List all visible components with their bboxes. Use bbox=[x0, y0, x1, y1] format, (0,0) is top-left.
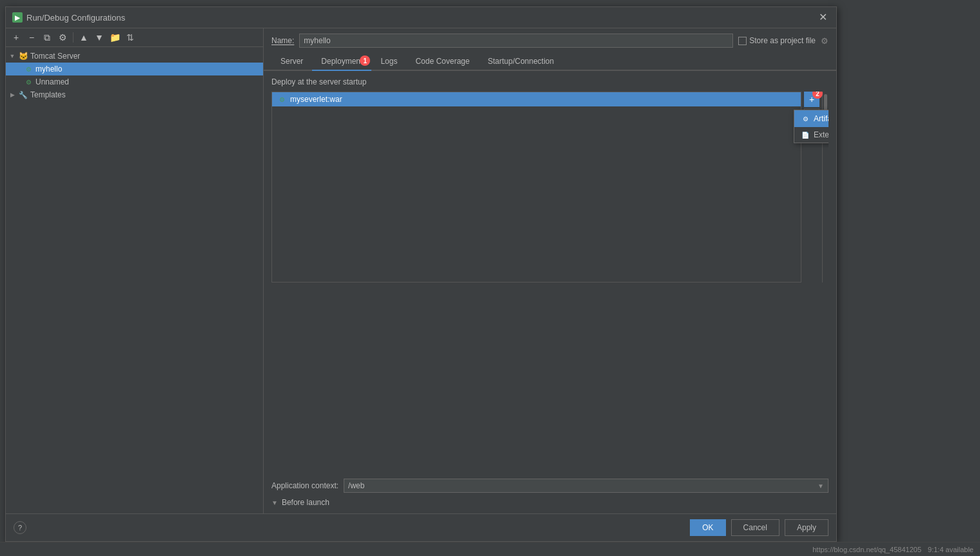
status-bar: https://blog.csdn.net/qq_45841205 9:1:4 … bbox=[0, 542, 980, 556]
dropdown-item-external-source[interactable]: 📄 External Source... bbox=[794, 127, 828, 143]
folder-button[interactable]: 📁 bbox=[108, 31, 121, 44]
project-settings-icon[interactable]: ⚙ bbox=[821, 36, 828, 46]
dialog-footer: ? OK Cancel Apply bbox=[6, 513, 836, 541]
before-launch-toggle-icon[interactable]: ▼ bbox=[271, 499, 278, 506]
deploy-area: ⚙ myseverlet:war + 2 bbox=[271, 92, 828, 283]
myhello-label: myhello bbox=[35, 65, 62, 74]
tree-expand-arrow: ▼ bbox=[8, 52, 16, 60]
app-context-arrow-icon[interactable]: ▼ bbox=[818, 482, 824, 490]
app-context-label: Application context: bbox=[271, 481, 338, 490]
tree-item-tomcat-server[interactable]: ▼ 🐱 Tomcat Server bbox=[6, 50, 263, 63]
config-tabs: Server Deployment 1 Logs Code Coverage S… bbox=[264, 53, 836, 71]
dialog-title: Run/Debug Configurations bbox=[26, 13, 125, 23]
name-row: Name: Store as project file ⚙ bbox=[264, 28, 836, 53]
dialog-icon: ▶ bbox=[12, 12, 23, 23]
templates-icon: 🔧 bbox=[19, 90, 28, 99]
deployment-badge: 1 bbox=[360, 55, 370, 66]
ok-button[interactable]: OK bbox=[690, 519, 725, 536]
deploy-section-label: Deploy at the server startup bbox=[271, 77, 828, 86]
status-position: 9:1:4 available bbox=[928, 546, 974, 553]
deploy-item-artifact-icon: ⚙ bbox=[277, 95, 286, 104]
add-deploy-wrapper: + 2 ⚙ Artifact... 3 bbox=[804, 92, 819, 107]
remove-config-button[interactable]: − bbox=[25, 31, 38, 44]
tab-logs[interactable]: Logs bbox=[371, 53, 406, 71]
tree-item-unnamed[interactable]: ⚙ Unnamed bbox=[6, 75, 263, 88]
external-source-menu-label: External Source... bbox=[814, 130, 828, 139]
app-context-value: /web bbox=[348, 481, 364, 490]
config-tree: ▼ 🐱 Tomcat Server ⚙ myhello ⚙ Unnamed ▶ bbox=[6, 47, 263, 513]
status-url: https://blog.csdn.net/qq_45841205 bbox=[812, 546, 921, 553]
content-spacer bbox=[271, 283, 828, 473]
store-project-checkbox[interactable] bbox=[738, 37, 747, 45]
templates-label: Templates bbox=[30, 90, 66, 99]
tab-server[interactable]: Server bbox=[271, 53, 312, 71]
config-toolbar: + − ⧉ ⚙ ▲ ▼ 📁 ⇅ bbox=[6, 28, 263, 47]
app-context-row: Application context: /web ▼ bbox=[271, 473, 828, 493]
title-bar-left: ▶ Run/Debug Configurations bbox=[12, 12, 125, 23]
tree-item-templates[interactable]: ▶ 🔧 Templates bbox=[6, 88, 263, 101]
name-label: Name: bbox=[271, 36, 294, 45]
tomcat-icon: 🐱 bbox=[19, 52, 28, 61]
tab-startup-connection[interactable]: Startup/Connection bbox=[478, 53, 563, 71]
copy-config-button[interactable]: ⧉ bbox=[41, 31, 54, 44]
tree-item-myhello[interactable]: ⚙ myhello bbox=[6, 63, 263, 75]
toolbar-separator bbox=[73, 32, 74, 43]
add-deploy-button[interactable]: + 2 bbox=[804, 92, 819, 107]
app-context-field[interactable]: /web ▼ bbox=[344, 479, 828, 493]
tomcat-server-label: Tomcat Server bbox=[30, 52, 80, 61]
sort-button[interactable]: ⇅ bbox=[124, 31, 137, 44]
deployment-tab-content: Deploy at the server startup ⚙ myseverle… bbox=[264, 71, 836, 513]
run-debug-dialog: ▶ Run/Debug Configurations ✕ + − ⧉ ⚙ ▲ ▼… bbox=[5, 6, 837, 542]
name-input[interactable] bbox=[299, 34, 733, 48]
templates-expand-arrow: ▶ bbox=[8, 91, 16, 99]
deploy-item-myseverlet[interactable]: ⚙ myseverlet:war bbox=[272, 92, 801, 106]
left-panel: + − ⧉ ⚙ ▲ ▼ 📁 ⇅ ▼ 🐱 Tomcat Server bbox=[6, 28, 264, 513]
external-source-menu-icon: 📄 bbox=[801, 130, 810, 139]
unnamed-label: Unnamed bbox=[35, 77, 69, 86]
tab-code-coverage[interactable]: Code Coverage bbox=[406, 53, 478, 71]
settings-button[interactable]: ⚙ bbox=[56, 31, 69, 44]
artifact-menu-label: Artifact... bbox=[814, 114, 828, 123]
myhello-icon: ⚙ bbox=[24, 65, 33, 74]
artifact-menu-icon: ⚙ bbox=[801, 114, 810, 123]
tab-deployment[interactable]: Deployment 1 bbox=[312, 53, 371, 71]
apply-button[interactable]: Apply bbox=[785, 519, 828, 536]
title-bar: ▶ Run/Debug Configurations ✕ bbox=[6, 7, 836, 28]
footer-right: OK Cancel Apply bbox=[690, 519, 828, 536]
deploy-side-buttons: + 2 ⚙ Artifact... 3 bbox=[801, 92, 822, 283]
footer-left: ? bbox=[14, 521, 26, 534]
deploy-list: ⚙ myseverlet:war bbox=[271, 92, 801, 283]
add-deploy-dropdown: ⚙ Artifact... 3 📄 External Source... bbox=[794, 110, 828, 143]
store-checkbox-area: Store as project file ⚙ bbox=[738, 36, 828, 46]
add-deploy-badge: 2 bbox=[812, 92, 823, 99]
move-down-button[interactable]: ▼ bbox=[93, 31, 106, 44]
help-button[interactable]: ? bbox=[14, 521, 26, 534]
deploy-item-text: myseverlet:war bbox=[290, 95, 342, 104]
unnamed-icon: ⚙ bbox=[24, 77, 33, 86]
before-launch-section: ▼ Before launch bbox=[271, 493, 828, 507]
right-panel: Name: Store as project file ⚙ Server Dep… bbox=[264, 28, 836, 513]
cancel-button[interactable]: Cancel bbox=[731, 519, 779, 536]
close-button[interactable]: ✕ bbox=[816, 11, 830, 24]
dropdown-item-artifact[interactable]: ⚙ Artifact... 3 bbox=[794, 110, 828, 127]
move-up-button[interactable]: ▲ bbox=[77, 31, 90, 44]
before-launch-label: Before launch bbox=[282, 498, 329, 507]
add-config-button[interactable]: + bbox=[10, 31, 23, 44]
dialog-body: + − ⧉ ⚙ ▲ ▼ 📁 ⇅ ▼ 🐱 Tomcat Server bbox=[6, 28, 836, 513]
store-label: Store as project file bbox=[749, 36, 816, 45]
